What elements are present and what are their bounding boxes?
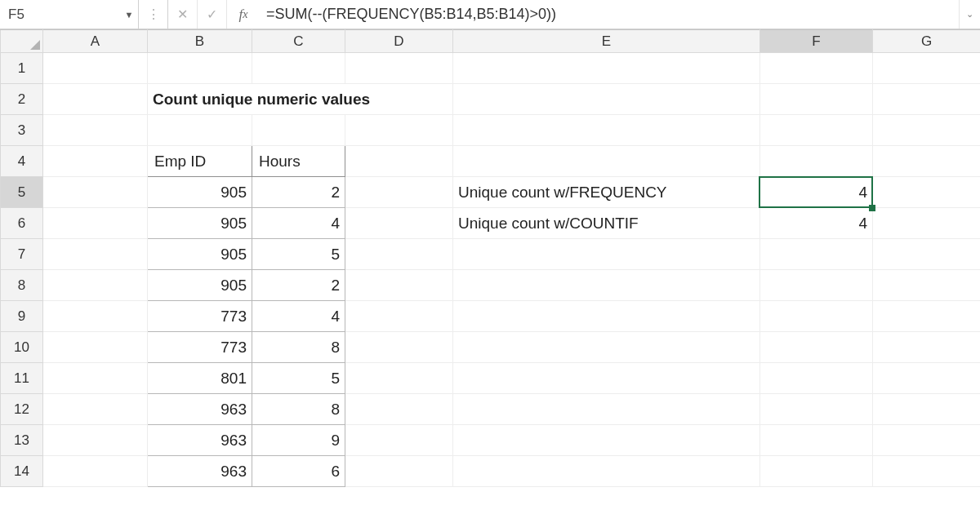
- cell-A8[interactable]: [43, 270, 148, 301]
- cell-C13[interactable]: 9: [252, 425, 345, 456]
- cell-F11[interactable]: [760, 363, 873, 394]
- cell-E3[interactable]: [453, 115, 760, 146]
- cell-G13[interactable]: [873, 425, 981, 456]
- row-header-12[interactable]: 12: [1, 394, 43, 425]
- row-header-9[interactable]: 9: [1, 301, 43, 332]
- cell-B10[interactable]: 773: [148, 332, 252, 363]
- name-box[interactable]: F5 ▼: [0, 0, 139, 29]
- cell-G11[interactable]: [873, 363, 981, 394]
- row-header-1[interactable]: 1: [1, 53, 43, 84]
- row-header-5[interactable]: 5: [1, 177, 43, 208]
- cell-D12[interactable]: [345, 394, 453, 425]
- cell-D6[interactable]: [345, 208, 453, 239]
- cell-E4[interactable]: [453, 146, 760, 177]
- cell-A14[interactable]: [43, 456, 148, 487]
- cell-D8[interactable]: [345, 270, 453, 301]
- cancel-icon[interactable]: ✕: [168, 0, 198, 29]
- row-header-2[interactable]: 2: [1, 84, 43, 115]
- cell-A9[interactable]: [43, 301, 148, 332]
- cell-A6[interactable]: [43, 208, 148, 239]
- cell-A12[interactable]: [43, 394, 148, 425]
- cell-B9[interactable]: 773: [148, 301, 252, 332]
- cell-G4[interactable]: [873, 146, 981, 177]
- cell-C3[interactable]: [252, 115, 345, 146]
- cell-E2[interactable]: [453, 84, 760, 115]
- formula-input[interactable]: =SUM(--(FREQUENCY(B5:B14,B5:B14)>0)): [260, 0, 959, 29]
- cell-G14[interactable]: [873, 456, 981, 487]
- cell-F7[interactable]: [760, 239, 873, 270]
- cell-F1[interactable]: [760, 53, 873, 84]
- cell-F14[interactable]: [760, 456, 873, 487]
- cell-A7[interactable]: [43, 239, 148, 270]
- cell-B12[interactable]: 963: [148, 394, 252, 425]
- cell-B5[interactable]: 905: [148, 177, 252, 208]
- name-box-dropdown-icon[interactable]: ▼: [120, 10, 138, 20]
- row-header-13[interactable]: 13: [1, 425, 43, 456]
- cell-B13[interactable]: 963: [148, 425, 252, 456]
- cell-D11[interactable]: [345, 363, 453, 394]
- cell-A4[interactable]: [43, 146, 148, 177]
- select-all-button[interactable]: [1, 30, 43, 53]
- row-header-6[interactable]: 6: [1, 208, 43, 239]
- cell-D1[interactable]: [345, 53, 453, 84]
- row-header-14[interactable]: 14: [1, 456, 43, 487]
- row-header-4[interactable]: 4: [1, 146, 43, 177]
- cell-E9[interactable]: [453, 301, 760, 332]
- cell-E1[interactable]: [453, 53, 760, 84]
- cell-A3[interactable]: [43, 115, 148, 146]
- cell-F8[interactable]: [760, 270, 873, 301]
- cell-G3[interactable]: [873, 115, 981, 146]
- cell-A11[interactable]: [43, 363, 148, 394]
- cell-B11[interactable]: 801: [148, 363, 252, 394]
- cell-C9[interactable]: 4: [252, 301, 345, 332]
- cell-A5[interactable]: [43, 177, 148, 208]
- formula-expand-icon[interactable]: ⌄: [959, 0, 980, 29]
- cell-G2[interactable]: [873, 84, 981, 115]
- cell-F2[interactable]: [760, 84, 873, 115]
- cell-B14[interactable]: 963: [148, 456, 252, 487]
- cell-F10[interactable]: [760, 332, 873, 363]
- cell-C7[interactable]: 5: [252, 239, 345, 270]
- cell-E11[interactable]: [453, 363, 760, 394]
- row-header-10[interactable]: 10: [1, 332, 43, 363]
- col-header-B[interactable]: B: [148, 30, 252, 53]
- cell-B1[interactable]: [148, 53, 252, 84]
- cell-C10[interactable]: 8: [252, 332, 345, 363]
- cell-C12[interactable]: 8: [252, 394, 345, 425]
- cell-B6[interactable]: 905: [148, 208, 252, 239]
- row-header-11[interactable]: 11: [1, 363, 43, 394]
- cell-D7[interactable]: [345, 239, 453, 270]
- cell-A1[interactable]: [43, 53, 148, 84]
- label-countif[interactable]: Unique count w/COUNTIF: [453, 208, 760, 239]
- col-header-G[interactable]: G: [873, 30, 981, 53]
- row-header-3[interactable]: 3: [1, 115, 43, 146]
- col-header-D[interactable]: D: [345, 30, 453, 53]
- cell-G7[interactable]: [873, 239, 981, 270]
- spreadsheet-grid[interactable]: A B C D E F G 1 2 Count unique numeric v…: [0, 29, 980, 487]
- cell-G10[interactable]: [873, 332, 981, 363]
- col-header-F[interactable]: F: [760, 30, 873, 53]
- cell-E7[interactable]: [453, 239, 760, 270]
- cell-D13[interactable]: [345, 425, 453, 456]
- cell-C8[interactable]: 2: [252, 270, 345, 301]
- table-header-hours[interactable]: Hours: [252, 146, 345, 177]
- cell-G1[interactable]: [873, 53, 981, 84]
- cell-C5[interactable]: 2: [252, 177, 345, 208]
- cell-F12[interactable]: [760, 394, 873, 425]
- cell-F3[interactable]: [760, 115, 873, 146]
- enter-icon[interactable]: ✓: [198, 0, 227, 29]
- cell-E8[interactable]: [453, 270, 760, 301]
- cell-A2[interactable]: [43, 84, 148, 115]
- value-countif[interactable]: 4: [760, 208, 873, 239]
- cell-D5[interactable]: [345, 177, 453, 208]
- row-header-8[interactable]: 8: [1, 270, 43, 301]
- value-frequency[interactable]: 4: [760, 177, 873, 208]
- cell-G6[interactable]: [873, 208, 981, 239]
- cell-A10[interactable]: [43, 332, 148, 363]
- cell-E13[interactable]: [453, 425, 760, 456]
- cell-G9[interactable]: [873, 301, 981, 332]
- cell-A13[interactable]: [43, 425, 148, 456]
- label-frequency[interactable]: Unique count w/FREQUENCY: [453, 177, 760, 208]
- cell-C6[interactable]: 4: [252, 208, 345, 239]
- cell-D9[interactable]: [345, 301, 453, 332]
